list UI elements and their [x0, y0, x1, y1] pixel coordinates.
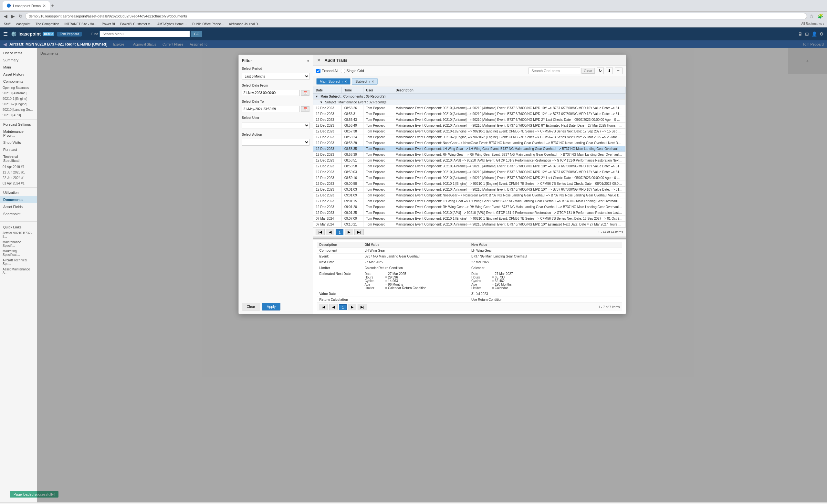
grid-row[interactable]: 12 Dec 2023 08:58:29 Tom Peppard Mainten…: [313, 140, 625, 146]
forward-btn[interactable]: ▶: [10, 13, 16, 19]
sidebar-item-sharepoint[interactable]: Sharepoint: [0, 210, 37, 217]
grid-row[interactable]: 12 Dec 2023 09:01:03 Tom Peppard Mainten…: [313, 187, 625, 193]
sidebar-sub-01apr[interactable]: 01 Apr 2024 #1: [0, 181, 37, 186]
grid-row[interactable]: 12 Dec 2023 08:56:43 Tom Peppard Mainten…: [313, 117, 625, 123]
tab-subject-close[interactable]: ✕: [372, 80, 374, 83]
date-from-input[interactable]: [242, 90, 300, 96]
sidebar-item-main[interactable]: Main: [0, 64, 37, 71]
grid-row[interactable]: 12 Dec 2023 08:59:16 Tom Peppard Mainten…: [313, 175, 625, 181]
grid-row[interactable]: 12 Dec 2023 08:56:31 Tom Peppard Mainten…: [313, 111, 625, 117]
bookmark-intranet[interactable]: INTRANET Site - Ho...: [63, 22, 98, 26]
user-select[interactable]: [242, 122, 309, 129]
date-to-picker-btn[interactable]: 📅: [301, 106, 309, 112]
grid-row[interactable]: 07 Mar 2024 09:07:09 Tom Peppard Mainten…: [313, 216, 625, 221]
date-from-picker-btn[interactable]: 📅: [301, 90, 309, 96]
grid-icon[interactable]: ⊞: [805, 31, 809, 37]
sidebar-item-asset-fields[interactable]: Asset Fields: [0, 203, 37, 210]
sidebar-sub-90210-apu[interactable]: 90210 [APU]: [0, 112, 37, 118]
main-subject-group-header[interactable]: ▼ Main Subject : Components : 35 Record(…: [313, 94, 625, 100]
grid-row[interactable]: 12 Dec 2023 09:00:58 Tom Peppard Mainten…: [313, 181, 625, 187]
bookmark-powerbi-customer[interactable]: PowerBI Customer v...: [119, 22, 153, 26]
monitor-icon[interactable]: 🖥: [798, 31, 802, 37]
sidebar-item-shop-visits[interactable]: Shop Visits: [0, 139, 37, 146]
tab-main-subject-close[interactable]: ✕: [344, 80, 347, 83]
sub-group-header[interactable]: ▼ Subject : Maintenance Event : 32 Recor…: [313, 100, 625, 105]
sidebar-item-documents[interactable]: Documents: [0, 196, 37, 203]
grid-row[interactable]: 12 Dec 2023 09:01:15 Tom Peppard Mainten…: [313, 198, 625, 204]
bookmark-stuff[interactable]: Stuff: [3, 22, 12, 26]
page-last-btn[interactable]: ▶|: [354, 229, 364, 235]
expand-sub-icon[interactable]: ▼: [320, 100, 323, 104]
page-first-btn[interactable]: |◀: [315, 229, 325, 235]
bookmark-competition[interactable]: The Competition: [34, 22, 60, 26]
grid-row[interactable]: 12 Dec 2023 08:58:39 Tom Peppard Mainten…: [313, 152, 625, 158]
go-btn[interactable]: GO: [191, 31, 202, 37]
detail-page-last-btn[interactable]: ▶|: [357, 304, 367, 310]
extensions-btn[interactable]: 🧩: [816, 13, 824, 19]
grid-row[interactable]: 12 Dec 2023 09:01:09 Tom Peppard Mainten…: [313, 193, 625, 198]
grid-row[interactable]: 12 Dec 2023 09:01:20 Tom Peppard Mainten…: [313, 204, 625, 210]
ql-marketing[interactable]: Marketing Specificati...: [0, 248, 37, 257]
grid-search-input[interactable]: [529, 67, 580, 74]
grid-row[interactable]: 12 Dec 2023 08:56:26 Tom Peppard Mainten…: [313, 105, 625, 111]
grid-row[interactable]: 07 Mar 2024 09:10:21 Tom Peppard Mainten…: [313, 221, 625, 228]
filter-apply-btn[interactable]: Apply: [262, 303, 281, 310]
page-current[interactable]: 1: [336, 230, 343, 235]
expand-all-checkbox-label[interactable]: Expand All: [316, 69, 339, 73]
filter-clear-btn[interactable]: Clear: [242, 303, 260, 310]
tab-close-btn[interactable]: ✕: [43, 4, 46, 8]
bookmark-btn[interactable]: ☆: [808, 13, 815, 19]
page-next-btn[interactable]: ▶: [345, 229, 353, 235]
grid-row[interactable]: 12 Dec 2023 09:01:25 Tom Peppard Mainten…: [313, 210, 625, 216]
bookmark-airfinance[interactable]: Airfinance Journal D...: [228, 22, 262, 26]
detail-page-first-btn[interactable]: |◀: [319, 304, 328, 310]
action-select[interactable]: [242, 139, 309, 146]
settings-icon[interactable]: ⚙: [820, 31, 824, 37]
sidebar-sub-04apr[interactable]: 04 Apr 2019 #1: [0, 164, 37, 169]
reload-btn[interactable]: ↻: [17, 13, 24, 19]
single-grid-checkbox[interactable]: [341, 69, 345, 73]
bookmark-dublin[interactable]: Dublin Office Phone...: [191, 22, 225, 26]
explore-label[interactable]: Explore: [113, 43, 124, 46]
sidebar-item-utilization[interactable]: Utilization: [0, 189, 37, 196]
new-tab-btn[interactable]: +: [51, 3, 54, 9]
sidebar-item-list-of-items[interactable]: List of Items: [0, 49, 37, 56]
detail-page-prev-btn[interactable]: ◀: [329, 304, 338, 310]
browser-tab[interactable]: 🔵 Leasepoint Demo ✕: [3, 1, 50, 10]
sidebar-sub-90210-engine1[interactable]: 90210-1 [Engine]: [0, 96, 37, 101]
ql-maintenance[interactable]: Maintenance Specifi...: [0, 239, 37, 248]
ql-aircraft-tech[interactable]: Aircraft Technical Spe...: [0, 257, 37, 266]
ql-asset-maint[interactable]: Asset Maintenance A...: [0, 266, 37, 275]
grid-row[interactable]: 12 Dec 2023 08:58:24 Tom Peppard Mainten…: [313, 135, 625, 140]
search-input[interactable]: [99, 31, 190, 37]
more-btn[interactable]: ⋯: [615, 67, 623, 74]
grid-row[interactable]: 12 Dec 2023 08:56:49 Tom Peppard Mainten…: [313, 123, 625, 129]
sidebar-sub-90210-engine2[interactable]: 90210-2 [Engine]: [0, 101, 37, 107]
sidebar-item-maintenance[interactable]: Maintenance Progr...: [0, 128, 37, 139]
tab-subject-up[interactable]: ↑: [369, 80, 370, 83]
menu-btn[interactable]: ☰: [3, 31, 8, 37]
back-nav-btn[interactable]: ◀: [3, 42, 7, 47]
tab-main-subject-up[interactable]: ↑: [341, 80, 343, 83]
address-bar[interactable]: [25, 13, 807, 19]
grid-row[interactable]: 12 Dec 2023 08:58:35 Tom Peppard Mainten…: [313, 146, 625, 152]
filter-collapse-btn[interactable]: «: [307, 58, 309, 63]
download-btn[interactable]: ⬇: [606, 67, 613, 74]
date-to-input[interactable]: [242, 106, 300, 112]
grid-search-clear-btn[interactable]: Clear: [581, 68, 594, 74]
single-grid-checkbox-label[interactable]: Single Grid: [341, 69, 364, 73]
sidebar-sub-opening[interactable]: Opening Balances: [0, 85, 37, 91]
page-prev-btn[interactable]: ◀: [326, 229, 334, 235]
detail-page-current[interactable]: 1: [339, 304, 347, 310]
sidebar-item-forecast-settings[interactable]: Forecast Settings: [0, 121, 37, 128]
detail-page-next-btn[interactable]: ▶: [348, 304, 356, 310]
sidebar-sub-12jun[interactable]: 12 Jun 2023 #1: [0, 169, 37, 175]
bookmark-leasepoint[interactable]: leasepoint: [14, 22, 32, 26]
all-bookmarks[interactable]: All Bookmarks ▸: [801, 22, 824, 26]
sidebar-sub-90210-airframe[interactable]: 90210 [Airframe]: [0, 91, 37, 96]
grid-row[interactable]: 12 Dec 2023 08:58:51 Tom Peppard Mainten…: [313, 158, 625, 163]
sidebar-item-tech-spec[interactable]: Technical Specificati...: [0, 153, 37, 164]
refresh-btn[interactable]: ↻: [597, 67, 604, 74]
sidebar-sub-22jan[interactable]: 22 Jan 2024 #1: [0, 175, 37, 181]
expand-all-checkbox[interactable]: [316, 69, 321, 73]
